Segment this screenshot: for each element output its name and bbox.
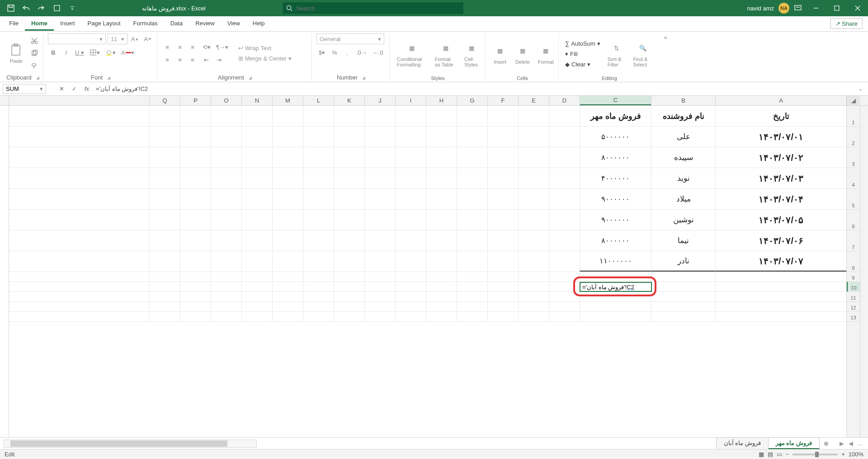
column-header-Q[interactable]: Q bbox=[149, 96, 180, 105]
row-header-8[interactable]: 8 bbox=[847, 251, 860, 272]
cell[interactable] bbox=[395, 210, 426, 230]
cell[interactable] bbox=[487, 282, 518, 291]
cell[interactable] bbox=[149, 189, 180, 209]
cell[interactable] bbox=[518, 106, 549, 126]
cell[interactable] bbox=[395, 189, 426, 209]
row-header-5[interactable]: 5 bbox=[847, 189, 860, 210]
fill-color-button[interactable]: ▾ bbox=[104, 47, 118, 58]
grow-font-button[interactable]: A▲ bbox=[129, 33, 141, 44]
cell[interactable] bbox=[272, 292, 303, 301]
cell[interactable] bbox=[426, 302, 457, 311]
select-all-triangle[interactable]: ◢ bbox=[846, 96, 860, 105]
cut-button[interactable] bbox=[29, 35, 40, 46]
cell[interactable]: تاریخ bbox=[715, 106, 846, 126]
view-normal-icon[interactable]: ▦ bbox=[759, 451, 764, 458]
row-header-3[interactable]: 3 bbox=[847, 147, 860, 168]
percent-button[interactable]: % bbox=[329, 47, 340, 58]
cell[interactable] bbox=[487, 189, 518, 209]
cell[interactable] bbox=[241, 126, 272, 147]
cell[interactable] bbox=[518, 189, 549, 209]
horizontal-scrollbar[interactable] bbox=[4, 440, 257, 448]
cell[interactable] bbox=[426, 292, 457, 301]
cell[interactable] bbox=[457, 189, 487, 209]
find-select-button[interactable]: 🔍Find & Select bbox=[630, 40, 656, 68]
qat-more-icon[interactable] bbox=[66, 2, 79, 14]
cell[interactable] bbox=[211, 147, 241, 168]
row-header-2[interactable]: 2 bbox=[847, 126, 860, 147]
cell[interactable] bbox=[549, 312, 580, 321]
cell[interactable] bbox=[580, 302, 651, 311]
cell[interactable] bbox=[426, 210, 457, 230]
cell[interactable] bbox=[241, 106, 272, 126]
cell[interactable] bbox=[272, 168, 303, 188]
cell[interactable] bbox=[303, 272, 334, 281]
cell[interactable] bbox=[241, 251, 272, 272]
cell[interactable] bbox=[241, 282, 272, 291]
cell[interactable] bbox=[211, 106, 241, 126]
cell[interactable] bbox=[395, 106, 426, 126]
cell[interactable] bbox=[457, 106, 487, 126]
cell[interactable] bbox=[149, 282, 180, 291]
cell[interactable] bbox=[364, 147, 395, 168]
cell[interactable]: نوید bbox=[651, 168, 715, 188]
tab-file[interactable]: File bbox=[3, 17, 25, 31]
delete-cells-button[interactable]: ▦Delete bbox=[513, 43, 533, 66]
cell[interactable] bbox=[149, 126, 180, 147]
cell[interactable] bbox=[303, 126, 334, 147]
zoom-in-button[interactable]: + bbox=[841, 451, 845, 458]
cell[interactable] bbox=[211, 312, 241, 321]
account-area[interactable]: navid amz NA bbox=[747, 3, 806, 14]
column-header-P[interactable]: P bbox=[180, 96, 211, 105]
cell[interactable] bbox=[303, 189, 334, 209]
cell[interactable] bbox=[518, 126, 549, 147]
cell[interactable] bbox=[426, 106, 457, 126]
align-bottom-button[interactable]: ≡ bbox=[187, 42, 198, 52]
merge-center-button[interactable]: ⊞Merge & Center▾ bbox=[236, 54, 293, 63]
cell[interactable] bbox=[426, 147, 457, 168]
italic-button[interactable]: I bbox=[61, 47, 71, 58]
font-family-select[interactable]: ▾ bbox=[48, 33, 106, 44]
cell[interactable] bbox=[180, 230, 211, 251]
decrease-indent-button[interactable]: ⇤ bbox=[201, 54, 212, 65]
cell[interactable]: سپیده bbox=[651, 147, 715, 168]
column-header-M[interactable]: M bbox=[272, 96, 303, 105]
cell[interactable] bbox=[241, 292, 272, 301]
cell[interactable] bbox=[303, 106, 334, 126]
share-button[interactable]: ↗ Share bbox=[830, 19, 863, 29]
cell[interactable] bbox=[395, 272, 426, 281]
tab-formulas[interactable]: Formulas bbox=[127, 17, 164, 31]
paste-button[interactable]: Paste bbox=[6, 42, 26, 65]
align-right-button[interactable]: ≡ bbox=[187, 54, 198, 65]
cell[interactable] bbox=[549, 251, 580, 272]
column-header-I[interactable]: I bbox=[395, 96, 426, 105]
sheet-nav[interactable]: …◀▶ bbox=[835, 439, 868, 448]
cell[interactable] bbox=[180, 189, 211, 209]
column-header-J[interactable]: J bbox=[364, 96, 395, 105]
zoom-out-button[interactable]: − bbox=[786, 451, 789, 458]
column-header-L[interactable]: L bbox=[303, 96, 334, 105]
cell[interactable] bbox=[715, 282, 846, 291]
cell[interactable]: ۵۰۰۰۰۰۰ bbox=[580, 126, 651, 147]
cell[interactable] bbox=[334, 126, 364, 147]
cell[interactable] bbox=[180, 147, 211, 168]
formula-input[interactable]: ='فروش ماه آبان'!C2 bbox=[93, 85, 858, 92]
cell[interactable] bbox=[518, 210, 549, 230]
close-button[interactable] bbox=[847, 0, 868, 16]
cell[interactable] bbox=[518, 312, 549, 321]
ltr-button[interactable]: ¶→▾ bbox=[214, 42, 230, 52]
cell[interactable]: نام فروشنده bbox=[651, 106, 715, 126]
cell[interactable] bbox=[303, 168, 334, 188]
cell[interactable] bbox=[487, 292, 518, 301]
cell[interactable] bbox=[715, 302, 846, 311]
wrap-text-button[interactable]: ↩Wrap Text bbox=[236, 44, 293, 52]
cell[interactable] bbox=[549, 272, 580, 281]
cell[interactable]: ۱۱۰۰۰۰۰۰ bbox=[580, 251, 651, 272]
shrink-font-button[interactable]: A▼ bbox=[142, 33, 154, 44]
cell[interactable]: ۱۴۰۳/۰۷/۰۲ bbox=[715, 147, 846, 168]
row-headers[interactable]: 12345678910111213 bbox=[846, 106, 860, 437]
tab-data[interactable]: Data bbox=[164, 17, 189, 31]
zoom-slider[interactable] bbox=[793, 454, 838, 455]
autosum-button[interactable]: ∑AutoSum▾ bbox=[563, 39, 602, 48]
cell[interactable]: نادر bbox=[651, 251, 715, 272]
align-center-button[interactable]: ≡ bbox=[175, 54, 185, 65]
